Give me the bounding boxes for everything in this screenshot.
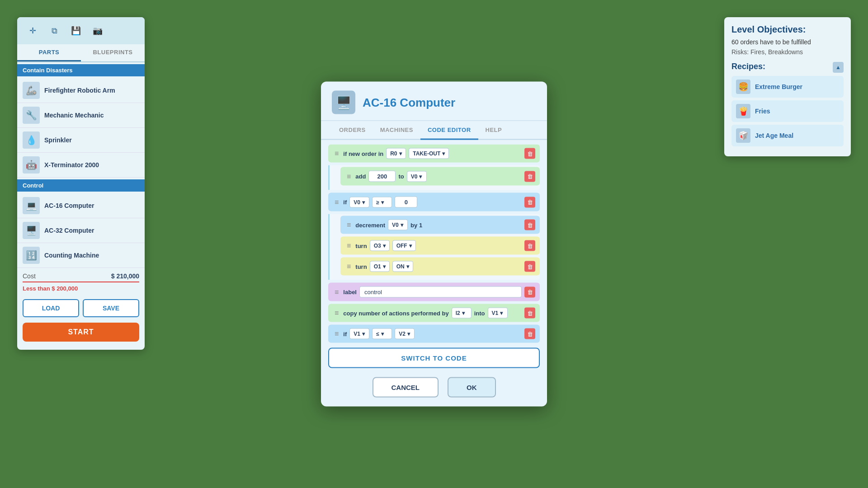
drag-handle-1[interactable]: ≡ <box>333 150 340 158</box>
start-button[interactable]: START <box>23 323 139 342</box>
fries-icon: 🍟 <box>736 104 750 118</box>
save-icon[interactable]: 💾 <box>68 23 84 39</box>
chevron-down-icon: ▾ <box>419 173 422 179</box>
dialog-machine-icon: 🖥️ <box>332 91 355 114</box>
cmd-dropdown-v1-if[interactable]: V1 ▾ <box>349 328 369 339</box>
part-item-x-terminator[interactable]: 🤖 X-Terminator 2000 <box>17 153 145 178</box>
objectives-text: 60 orders have to be fulfilled <box>731 38 844 46</box>
ok-button[interactable]: OK <box>448 377 496 398</box>
switch-to-code-button[interactable]: SWITCH TO CODE <box>328 348 540 368</box>
cmd-dropdown-i2[interactable]: I2 ▾ <box>452 308 472 319</box>
cost-row: Cost $ 210,000 <box>17 268 145 282</box>
delete-btn-1[interactable]: 🗑 <box>524 148 535 159</box>
delete-btn-copy[interactable]: 🗑 <box>524 308 535 319</box>
move-icon[interactable]: ✛ <box>24 23 41 39</box>
right-panel: Level Objectives: 60 orders have to be f… <box>724 17 851 156</box>
part-item-counting-machine[interactable]: 🔢 Counting Machine <box>17 243 145 268</box>
cmd-label-into: into <box>474 310 485 316</box>
cmd-label-label: label <box>343 289 357 296</box>
recipe-fries[interactable]: 🍟 Fries <box>731 100 844 122</box>
fries-label[interactable]: Fries <box>755 108 770 115</box>
chevron-down-icon: ▾ <box>362 199 365 205</box>
tab-parts[interactable]: PARTS <box>17 44 81 61</box>
cancel-button[interactable]: CANCEL <box>373 377 439 398</box>
x-terminator-icon: 🤖 <box>23 156 40 174</box>
cost-underline <box>23 282 139 282</box>
ac16-label: AC-16 Computer <box>44 202 94 209</box>
cmd-dropdown-v0[interactable]: V0 ▾ <box>349 197 369 207</box>
risks-label: Risks: <box>731 48 749 56</box>
drag-handle-if2[interactable]: ≡ <box>333 330 340 338</box>
label-control-input[interactable] <box>359 286 522 298</box>
cmd-dropdown-on[interactable]: ON ▾ <box>392 261 413 272</box>
cmd-row-if-new-order: ≡ if new order in R0 ▾ TAKE-OUT ▾ 🗑 <box>328 145 540 163</box>
cmd-dropdown-gte[interactable]: ≥ ▾ <box>372 197 392 207</box>
chevron-down-icon: ▾ <box>383 263 386 270</box>
delete-btn-dec[interactable]: 🗑 <box>524 220 535 230</box>
drag-handle-2[interactable]: ≡ <box>333 198 340 206</box>
tab-orders[interactable]: ORDERS <box>332 121 373 140</box>
section-contain-disasters: Contain Disasters <box>17 64 145 76</box>
cmd-dropdown-v0-add[interactable]: V0 ▾ <box>407 171 427 182</box>
recipe-extreme-burger[interactable]: 🍔 Extreme Burger <box>731 76 844 98</box>
load-button[interactable]: LOAD <box>23 299 79 317</box>
chevron-down-icon: ▾ <box>399 150 402 157</box>
cmd-dropdown-lte[interactable]: ≤ ▾ <box>372 328 392 339</box>
delete-btn-2[interactable]: 🗑 <box>524 197 535 207</box>
part-item-ac32[interactable]: 🖥️ AC-32 Computer <box>17 218 145 243</box>
camera-icon[interactable]: 📷 <box>90 23 106 39</box>
collapse-button[interactable]: ▲ <box>833 62 844 73</box>
cmd-dropdown-v2[interactable]: V2 ▾ <box>395 328 415 339</box>
cmd-dropdown-o1[interactable]: O1 ▾ <box>370 261 390 272</box>
cmd-label-add: add <box>355 173 366 180</box>
drag-handle-turn2[interactable]: ≡ <box>345 263 353 271</box>
drag-handle-copy[interactable]: ≡ <box>333 309 340 317</box>
part-item-mechanic-mechanic[interactable]: 🔧 Mechanic Mechanic <box>17 103 145 128</box>
drag-handle-dec[interactable]: ≡ <box>345 221 353 229</box>
drag-handle-label[interactable]: ≡ <box>333 288 340 296</box>
drag-handle-add[interactable]: ≡ <box>345 172 353 180</box>
chevron-down-icon: ▾ <box>442 150 445 157</box>
save-button[interactable]: SAVE <box>83 299 139 317</box>
delete-btn-if2[interactable]: 🗑 <box>524 328 535 339</box>
chevron-down-icon: ▾ <box>362 331 365 337</box>
cmd-input-zero[interactable] <box>395 197 417 208</box>
tab-code-editor[interactable]: CODE EDITOR <box>420 121 478 140</box>
extreme-burger-label[interactable]: Extreme Burger <box>755 83 802 90</box>
tab-machines[interactable]: MACHINES <box>373 121 420 140</box>
chevron-down-icon: ▾ <box>406 263 409 270</box>
cmd-row-turn-o1-on: ≡ turn O1 ▾ ON ▾ 🗑 <box>340 258 540 276</box>
nested-block-1: ≡ add to V0 ▾ 🗑 <box>328 165 540 190</box>
part-item-firefighter-robotic-arm[interactable]: 🦾 Firefighter Robotic Arm <box>17 78 145 103</box>
recipes-title: Recipes: ▲ <box>731 62 844 71</box>
cmd-dropdown-takeout[interactable]: TAKE-OUT ▾ <box>409 148 449 159</box>
chevron-down-icon: ▾ <box>401 222 403 228</box>
mechanic-mechanic-label: Mechanic Mechanic <box>44 112 104 119</box>
copy-icon[interactable]: ⧉ <box>46 23 62 39</box>
firefighter-robotic-arm-icon: 🦾 <box>23 82 40 99</box>
tab-blueprints[interactable]: BLUEPRINTS <box>81 44 145 61</box>
cmd-dropdown-r0[interactable]: R0 ▾ <box>386 148 406 159</box>
cmd-dropdown-v0-dec[interactable]: V0 ▾ <box>388 220 408 230</box>
delete-btn-add[interactable]: 🗑 <box>524 171 535 182</box>
recipe-jet-age-meal[interactable]: 🥡 Jet Age Meal <box>731 125 844 146</box>
drag-handle-turn1[interactable]: ≡ <box>345 242 353 250</box>
cmd-input-add-value[interactable] <box>368 171 396 182</box>
chevron-down-icon: ▾ <box>409 243 412 249</box>
cost-label: Cost <box>23 272 36 280</box>
section-control: Control <box>17 179 145 192</box>
delete-btn-label[interactable]: 🗑 <box>524 286 535 297</box>
part-item-ac16[interactable]: 💻 AC-16 Computer <box>17 193 145 218</box>
cmd-dropdown-v1[interactable]: V1 ▾ <box>488 308 508 319</box>
cmd-dropdown-off[interactable]: OFF ▾ <box>392 240 416 251</box>
delete-btn-turn2[interactable]: 🗑 <box>524 261 535 272</box>
jet-age-meal-label[interactable]: Jet Age Meal <box>755 132 793 139</box>
cmd-dropdown-o3[interactable]: O3 ▾ <box>370 240 390 251</box>
objectives-title: Level Objectives: <box>731 24 844 35</box>
delete-btn-turn1[interactable]: 🗑 <box>524 240 535 251</box>
part-item-sprinkler[interactable]: 💧 Sprinkler <box>17 128 145 153</box>
tab-help[interactable]: HELP <box>478 121 509 140</box>
extreme-burger-icon: 🍔 <box>736 80 750 94</box>
left-panel: ✛ ⧉ 💾 📷 PARTS BLUEPRINTS Contain Disaste… <box>17 17 145 350</box>
dialog-tabs: ORDERS MACHINES CODE EDITOR HELP <box>321 121 547 140</box>
